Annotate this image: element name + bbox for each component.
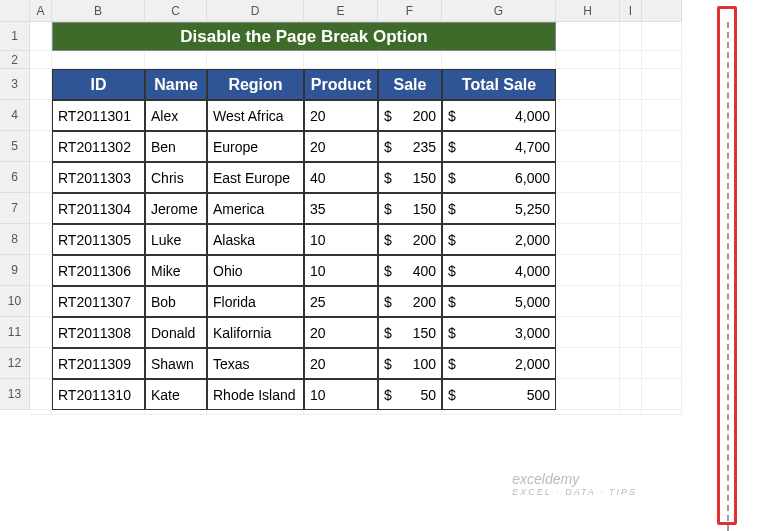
cell[interactable]	[620, 69, 642, 100]
cell[interactable]	[304, 51, 378, 69]
cell-name[interactable]: Chris	[145, 162, 207, 193]
cell[interactable]	[30, 410, 52, 415]
cell-total[interactable]: $4,000	[442, 255, 556, 286]
cell[interactable]	[378, 51, 442, 69]
row-header-7[interactable]: 7	[0, 193, 30, 224]
cell-id[interactable]: RT2011301	[52, 100, 145, 131]
cell-region[interactable]: Rhode Island	[207, 379, 304, 410]
cell[interactable]	[30, 162, 52, 193]
cell-id[interactable]: RT2011303	[52, 162, 145, 193]
select-all-corner[interactable]	[0, 0, 30, 22]
cell-name[interactable]: Jerome	[145, 193, 207, 224]
cell[interactable]	[642, 286, 682, 317]
cell[interactable]	[556, 224, 620, 255]
cell[interactable]	[642, 162, 682, 193]
row-header-11[interactable]: 11	[0, 317, 30, 348]
cell-sale[interactable]: $150	[378, 193, 442, 224]
cell[interactable]	[642, 410, 682, 415]
cell[interactable]	[145, 51, 207, 69]
cell-product[interactable]: 20	[304, 131, 378, 162]
cell[interactable]	[642, 255, 682, 286]
cell-name[interactable]: Alex	[145, 100, 207, 131]
cell-sale[interactable]: $100	[378, 348, 442, 379]
row-header-13[interactable]: 13	[0, 379, 30, 410]
cell-name[interactable]: Shawn	[145, 348, 207, 379]
cell[interactable]	[556, 379, 620, 410]
col-header-C[interactable]: C	[145, 0, 207, 22]
cell-id[interactable]: RT2011304	[52, 193, 145, 224]
cell[interactable]	[556, 69, 620, 100]
cell[interactable]	[556, 162, 620, 193]
cell-region[interactable]: Kalifornia	[207, 317, 304, 348]
cell[interactable]	[620, 348, 642, 379]
cell[interactable]	[620, 100, 642, 131]
cell[interactable]	[378, 410, 442, 415]
cell-sale[interactable]: $50	[378, 379, 442, 410]
cell-total[interactable]: $2,000	[442, 348, 556, 379]
cell-product[interactable]: 20	[304, 317, 378, 348]
cell-region[interactable]: East Europe	[207, 162, 304, 193]
cell-total[interactable]: $6,000	[442, 162, 556, 193]
col-header-G[interactable]: G	[442, 0, 556, 22]
cell[interactable]	[30, 317, 52, 348]
cell[interactable]	[620, 317, 642, 348]
cell[interactable]	[620, 162, 642, 193]
cell-product[interactable]: 10	[304, 224, 378, 255]
cell[interactable]	[30, 379, 52, 410]
cell[interactable]	[30, 348, 52, 379]
row-header-4[interactable]: 4	[0, 100, 30, 131]
col-header-A[interactable]: A	[30, 0, 52, 22]
cell-id[interactable]: RT2011310	[52, 379, 145, 410]
cell-product[interactable]: 10	[304, 255, 378, 286]
cell[interactable]	[304, 410, 378, 415]
cell-region[interactable]: Texas	[207, 348, 304, 379]
cell[interactable]	[556, 255, 620, 286]
cell[interactable]	[556, 131, 620, 162]
cell-sale[interactable]: $235	[378, 131, 442, 162]
row-header-3[interactable]: 3	[0, 69, 30, 100]
cell[interactable]	[30, 131, 52, 162]
cell[interactable]	[620, 255, 642, 286]
cell[interactable]	[442, 410, 556, 415]
cell-total[interactable]: $3,000	[442, 317, 556, 348]
col-header-F[interactable]: F	[378, 0, 442, 22]
cell-region[interactable]: Europe	[207, 131, 304, 162]
cell[interactable]	[620, 224, 642, 255]
cell[interactable]	[642, 69, 682, 100]
cell-id[interactable]: RT2011309	[52, 348, 145, 379]
cell-name[interactable]: Donald	[145, 317, 207, 348]
row-header-10[interactable]: 10	[0, 286, 30, 317]
cell[interactable]	[642, 51, 682, 69]
cell-region[interactable]: Florida	[207, 286, 304, 317]
cell[interactable]	[642, 100, 682, 131]
cell-id[interactable]: RT2011302	[52, 131, 145, 162]
cell[interactable]	[556, 348, 620, 379]
cell[interactable]	[642, 317, 682, 348]
cell[interactable]	[642, 22, 682, 51]
cell[interactable]	[30, 69, 52, 100]
cell[interactable]	[207, 51, 304, 69]
cell[interactable]	[30, 51, 52, 69]
row-header-6[interactable]: 6	[0, 162, 30, 193]
cell-product[interactable]: 40	[304, 162, 378, 193]
cell[interactable]	[556, 193, 620, 224]
cell-total[interactable]: $4,000	[442, 100, 556, 131]
cell-region[interactable]: Ohio	[207, 255, 304, 286]
cell[interactable]	[642, 348, 682, 379]
cell-name[interactable]: Mike	[145, 255, 207, 286]
cell-name[interactable]: Bob	[145, 286, 207, 317]
cell-id[interactable]: RT2011306	[52, 255, 145, 286]
cell[interactable]	[30, 224, 52, 255]
cell[interactable]	[556, 22, 620, 51]
cell-name[interactable]: Luke	[145, 224, 207, 255]
row-header-8[interactable]: 8	[0, 224, 30, 255]
cell-sale[interactable]: $200	[378, 100, 442, 131]
cell-total[interactable]: $500	[442, 379, 556, 410]
cell-product[interactable]: 20	[304, 100, 378, 131]
cell-total[interactable]: $4,700	[442, 131, 556, 162]
cell[interactable]	[620, 379, 642, 410]
cell-product[interactable]: 10	[304, 379, 378, 410]
cell[interactable]	[556, 317, 620, 348]
cell[interactable]	[620, 131, 642, 162]
cell-id[interactable]: RT2011307	[52, 286, 145, 317]
